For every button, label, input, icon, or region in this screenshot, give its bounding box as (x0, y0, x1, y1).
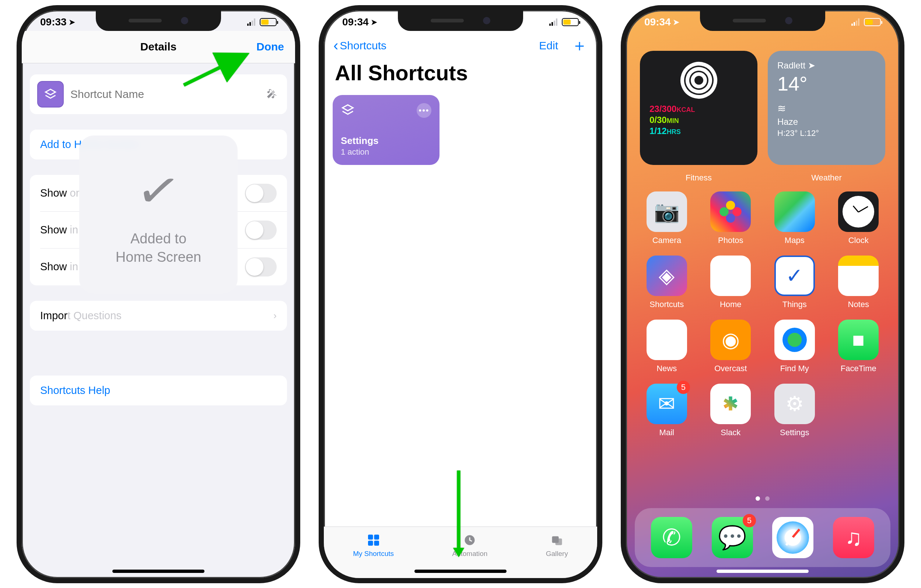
shortcut-icon[interactable] (37, 81, 64, 107)
phone-shortcuts-list: 09:34➤ ‹Shortcuts Edit ＋ All Shortcuts •… (319, 5, 602, 583)
location-icon: ➤ (673, 18, 679, 26)
edit-button[interactable]: Edit (539, 39, 558, 52)
app-label: Photos (718, 236, 744, 245)
weather-widget[interactable]: Radlett ➤ 14° ≋ Haze H:23° L:12° (768, 51, 885, 165)
check-icon: ✓ (132, 160, 185, 221)
svg-point-12 (720, 207, 729, 216)
widgets-row: 23/300KCAL 0/30MIN 1/12HRS Radlett ➤ 14°… (640, 51, 885, 165)
home-indicator[interactable] (415, 570, 506, 573)
svg-rect-3 (368, 541, 373, 546)
dock-app-messages[interactable]: 💬5 (712, 517, 753, 558)
app-icon (838, 192, 879, 232)
home-indicator[interactable] (112, 570, 205, 573)
badge: 5 (743, 514, 756, 527)
app-icon (838, 255, 879, 296)
annotation-arrow (180, 50, 254, 92)
tab-gallery[interactable]: Gallery (546, 532, 568, 558)
svg-rect-7 (555, 538, 562, 545)
app-shortcuts[interactable]: ◈Shortcuts (640, 255, 694, 309)
svg-point-11 (726, 214, 735, 223)
home-indicator[interactable] (716, 570, 809, 573)
fitness-label: Fitness (640, 173, 757, 183)
back-button[interactable]: ‹Shortcuts (334, 37, 386, 54)
annotation-arrow (444, 467, 474, 560)
app-icon (710, 192, 751, 232)
tile-more-button[interactable]: ••• (417, 103, 431, 118)
grid-icon (365, 532, 382, 548)
svg-point-10 (733, 207, 742, 216)
app-overcast[interactable]: ◉Overcast (704, 320, 758, 374)
app-icon: ⚙ (775, 384, 815, 424)
app-photos[interactable]: Photos (704, 192, 758, 245)
page-indicator[interactable] (756, 496, 770, 501)
app-label: News (656, 364, 677, 374)
app-things[interactable]: ✓Things (768, 255, 822, 309)
app-icon (775, 192, 815, 232)
status-time: 09:33 (40, 16, 67, 28)
app-label: Shortcuts (649, 300, 684, 309)
shortcuts-help-button[interactable]: Shortcuts Help (30, 375, 287, 405)
dock-app-phone[interactable]: ✆ (651, 517, 692, 558)
app-slack[interactable]: ✱Slack (704, 384, 758, 437)
shortcuts-grid: ••• Settings1 action (333, 95, 439, 165)
app-label: Slack (721, 428, 740, 437)
dock: ✆💬5♫ (635, 508, 890, 567)
status-time: 09:34 (644, 16, 671, 28)
app-maps[interactable]: Maps (768, 192, 822, 245)
dock-app-music[interactable]: ♫ (833, 517, 874, 558)
dock-app-safari[interactable] (772, 517, 814, 558)
app-icon: 📷 (646, 192, 687, 232)
notch (398, 10, 523, 31)
svg-point-9 (726, 201, 735, 210)
fitness-widget[interactable]: 23/300KCAL 0/30MIN 1/12HRS (640, 51, 757, 165)
import-questions-row[interactable]: Import Questions› (30, 301, 287, 331)
navbar: Details Done (22, 31, 295, 63)
add-button[interactable]: ＋ (571, 35, 587, 56)
phone-home-screen: 09:34➤ 23/300KCAL 0/30MIN 1/12HRS Radlet… (621, 5, 905, 583)
chevron-right-icon: › (273, 310, 277, 322)
phone-details-screen: 09:33➤ Details Done 🎤︎ Add to Home Scree… (16, 5, 300, 583)
mic-icon[interactable]: 🎤︎ (266, 88, 280, 100)
app-icon: N (646, 320, 687, 360)
app-icon: ◉ (710, 320, 751, 360)
shortcut-icon (341, 103, 355, 117)
done-button[interactable]: Done (256, 41, 284, 53)
svg-line-0 (184, 55, 246, 85)
cellular-icon (851, 18, 859, 26)
svg-rect-4 (374, 541, 379, 546)
app-settings[interactable]: ⚙Settings (768, 384, 822, 437)
svg-rect-2 (374, 534, 379, 540)
toggle-sleep-mode[interactable] (245, 257, 277, 276)
badge: 5 (677, 381, 690, 394)
app-facetime[interactable]: ■FaceTime (832, 320, 886, 374)
cellular-icon (247, 18, 255, 26)
app-label: Clock (848, 236, 869, 245)
app-clock[interactable]: Clock (832, 192, 886, 245)
nav-title: Details (140, 41, 176, 53)
app-icon: ✱ (710, 384, 751, 424)
app-icon: ✉5 (646, 384, 687, 424)
added-toast: ✓ Added toHome Screen (79, 135, 238, 294)
app-home[interactable]: ⌂Home (704, 255, 758, 309)
app-icon: ◈ (646, 255, 687, 296)
app-icon: ✓ (775, 255, 815, 296)
app-icon: ⌂ (710, 255, 751, 296)
app-mail[interactable]: ✉5Mail (640, 384, 694, 437)
app-news[interactable]: NNews (640, 320, 694, 374)
shortcut-tile-settings[interactable]: ••• Settings1 action (333, 95, 439, 165)
toggle-share-sheet[interactable] (245, 221, 277, 240)
app-label: Things (783, 300, 807, 309)
app-label: Home (720, 300, 742, 309)
chevron-left-icon: ‹ (334, 37, 338, 54)
app-notes[interactable]: Notes (832, 255, 886, 309)
battery-icon (864, 18, 881, 26)
location-icon: ➤ (69, 18, 75, 26)
app-camera[interactable]: 📷Camera (640, 192, 694, 245)
tab-my-shortcuts[interactable]: My Shortcuts (353, 532, 394, 558)
app-find-my[interactable]: Find My (768, 320, 822, 374)
battery-icon (260, 18, 277, 26)
app-label: Camera (653, 236, 681, 245)
weather-label: Weather (768, 173, 885, 183)
toggle-apple-watch[interactable] (245, 184, 277, 203)
app-label: FaceTime (841, 364, 876, 374)
